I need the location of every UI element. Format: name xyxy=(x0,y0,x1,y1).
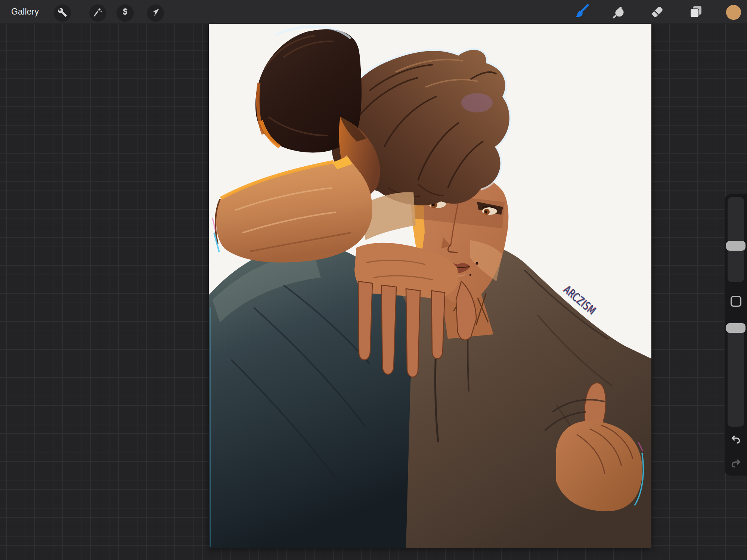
opacity-slider[interactable] xyxy=(728,323,744,427)
selection-button[interactable] xyxy=(117,4,134,22)
smudge-finger-icon xyxy=(611,4,626,21)
layers-button[interactable] xyxy=(687,4,704,21)
layers-icon xyxy=(688,4,704,21)
undo-button[interactable] xyxy=(730,434,742,446)
drawing-canvas[interactable]: ARCZISM ARCZISM ARCZISM xyxy=(209,24,651,548)
redo-icon xyxy=(730,458,741,470)
selection-s-icon xyxy=(120,7,130,19)
transform-arrow-icon xyxy=(151,7,160,19)
opacity-handle[interactable] xyxy=(726,323,746,333)
modify-button[interactable] xyxy=(731,296,741,307)
eraser-icon xyxy=(649,4,665,21)
paint-brush-icon xyxy=(573,3,590,21)
gallery-button[interactable]: Gallery xyxy=(11,0,39,24)
redo-button[interactable] xyxy=(730,458,742,470)
smudge-tool-button[interactable] xyxy=(610,4,627,21)
undo-icon xyxy=(730,434,741,446)
wrench-icon xyxy=(58,7,67,19)
artwork-painting: ARCZISM ARCZISM ARCZISM xyxy=(209,24,651,548)
eraser-tool-button[interactable] xyxy=(648,4,666,21)
actions-button[interactable] xyxy=(54,4,71,22)
brush-size-slider[interactable] xyxy=(728,197,744,282)
top-toolbar: Gallery xyxy=(0,0,747,24)
adjustments-button[interactable] xyxy=(89,4,106,22)
gallery-label: Gallery xyxy=(11,7,39,17)
magic-wand-icon xyxy=(93,7,103,19)
brush-tool-button[interactable] xyxy=(573,4,590,21)
color-swatch-button[interactable] xyxy=(726,5,741,20)
transform-button[interactable] xyxy=(147,4,164,22)
brush-sidebar xyxy=(725,194,747,476)
brush-size-handle[interactable] xyxy=(726,241,746,251)
